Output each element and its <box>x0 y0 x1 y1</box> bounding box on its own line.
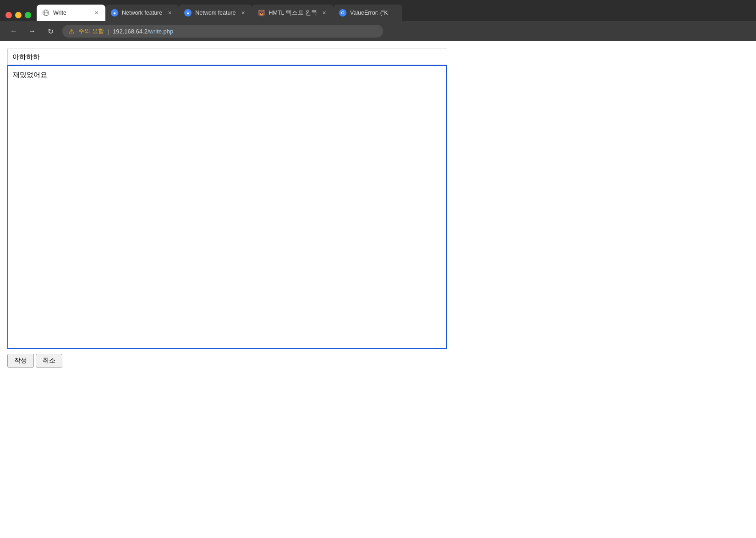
browser-chrome: Write ✕ ● Network feature ✕ ● Network fe… <box>0 0 756 41</box>
tab-network2-close[interactable]: ✕ <box>239 9 247 16</box>
reload-icon: ↻ <box>48 27 54 36</box>
back-button[interactable]: ← <box>7 25 20 38</box>
address-bar: ← → ↻ ⚠ 주의 요함 | 192.168.64.2/write.php <box>0 21 756 41</box>
submit-button[interactable]: 작성 <box>7 354 34 368</box>
globe-icon <box>42 9 49 16</box>
bear-icon: 🐻 <box>257 9 265 16</box>
tab-hmtl-close[interactable]: ✕ <box>321 9 328 16</box>
window-close-button[interactable] <box>5 12 12 18</box>
address-field[interactable]: ⚠ 주의 요함 | 192.168.64.2/write.php <box>62 25 383 38</box>
tab-network2[interactable]: ● Network feature ✕ <box>179 5 252 21</box>
address-divider: | <box>108 28 109 35</box>
tab-hmtl[interactable]: 🐻 HMTL 텍스트 왼쪽 ✕ <box>252 5 334 21</box>
window-minimize-button[interactable] <box>15 12 22 18</box>
address-url: 192.168.64.2/write.php <box>113 28 173 35</box>
address-url-base: 192.168.64.2 <box>113 28 148 35</box>
tab-write-title: Write <box>53 10 89 16</box>
window-controls <box>0 12 37 18</box>
warning-icon: ⚠ <box>69 27 75 35</box>
google-icon: G <box>339 9 346 16</box>
chrome-icon-2: ● <box>184 9 192 16</box>
forward-button[interactable]: → <box>26 25 38 38</box>
tab-valueerror-title: ValueError: ("K <box>350 10 397 16</box>
forward-icon: → <box>28 27 36 35</box>
tab-write[interactable]: Write ✕ <box>37 5 105 21</box>
cancel-button[interactable]: 취소 <box>36 354 62 368</box>
page-content: 작성 취소 <box>0 41 756 538</box>
chrome-icon-1: ● <box>111 9 118 16</box>
tab-bar: Write ✕ ● Network feature ✕ ● Network fe… <box>0 0 756 21</box>
tab-write-close[interactable]: ✕ <box>93 9 100 16</box>
body-textarea[interactable] <box>7 65 447 349</box>
title-input[interactable] <box>7 49 447 65</box>
address-warning-text: 주의 요함 <box>78 27 104 35</box>
tab-network1-close[interactable]: ✕ <box>166 9 173 16</box>
address-url-path: /write.php <box>148 28 173 35</box>
write-form: 작성 취소 <box>7 49 447 368</box>
tab-network1[interactable]: ● Network feature ✕ <box>105 5 179 21</box>
tab-network2-title: Network feature <box>195 10 236 16</box>
form-buttons: 작성 취소 <box>7 354 447 368</box>
tab-hmtl-title: HMTL 텍스트 왼쪽 <box>268 9 317 17</box>
back-icon: ← <box>10 27 17 35</box>
tab-valueerror[interactable]: G ValueError: ("K <box>334 5 402 21</box>
tab-network1-title: Network feature <box>122 10 162 16</box>
reload-button[interactable]: ↻ <box>44 25 57 38</box>
window-maximize-button[interactable] <box>25 12 31 18</box>
